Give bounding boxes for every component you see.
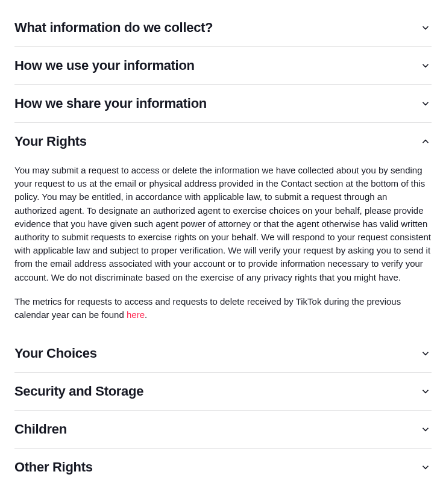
accordion-title: How we use your information bbox=[14, 58, 195, 73]
body-text: The metrics for requests to access and r… bbox=[14, 296, 401, 320]
accordion-item-your-rights: Your Rights You may submit a request to … bbox=[14, 123, 432, 335]
accordion-title: How we share your information bbox=[14, 96, 207, 111]
accordion-body-your-rights: You may submit a request to access or de… bbox=[14, 160, 432, 335]
accordion-item-how-we-use: How we use your information bbox=[14, 47, 432, 85]
body-paragraph: You may submit a request to access or de… bbox=[14, 164, 432, 284]
accordion-header-security-storage[interactable]: Security and Storage bbox=[14, 373, 432, 410]
chevron-down-icon bbox=[419, 347, 432, 359]
chevron-down-icon bbox=[419, 423, 432, 435]
chevron-down-icon bbox=[419, 60, 432, 72]
chevron-down-icon bbox=[419, 98, 432, 110]
accordion-title: Children bbox=[14, 422, 67, 437]
accordion-header-other-rights[interactable]: Other Rights bbox=[14, 449, 432, 486]
chevron-down-icon bbox=[419, 461, 432, 473]
accordion-title: Security and Storage bbox=[14, 384, 143, 399]
accordion-title: Your Rights bbox=[14, 134, 87, 149]
accordion-header-what-information[interactable]: What information do we collect? bbox=[14, 9, 432, 46]
accordion-header-your-choices[interactable]: Your Choices bbox=[14, 335, 432, 372]
accordion-header-children[interactable]: Children bbox=[14, 411, 432, 448]
accordion-item-children: Children bbox=[14, 411, 432, 449]
accordion-title: Your Choices bbox=[14, 346, 97, 361]
accordion-header-your-rights[interactable]: Your Rights bbox=[14, 123, 432, 160]
accordion-title: What information do we collect? bbox=[14, 20, 213, 36]
accordion-header-how-we-share[interactable]: How we share your information bbox=[14, 85, 432, 122]
body-text: . bbox=[145, 310, 147, 320]
accordion-title: Other Rights bbox=[14, 459, 93, 475]
chevron-up-icon bbox=[419, 135, 432, 148]
chevron-down-icon bbox=[419, 385, 432, 397]
body-paragraph: The metrics for requests to access and r… bbox=[14, 295, 432, 322]
accordion-item-what-information: What information do we collect? bbox=[14, 9, 432, 47]
accordion-item-how-we-share: How we share your information bbox=[14, 85, 432, 123]
accordion-header-how-we-use[interactable]: How we use your information bbox=[14, 47, 432, 84]
accordion-item-other-rights: Other Rights bbox=[14, 449, 432, 486]
accordion-item-your-choices: Your Choices bbox=[14, 335, 432, 373]
chevron-down-icon bbox=[419, 22, 432, 34]
metrics-link[interactable]: here bbox=[127, 310, 145, 320]
accordion-item-security-storage: Security and Storage bbox=[14, 373, 432, 411]
